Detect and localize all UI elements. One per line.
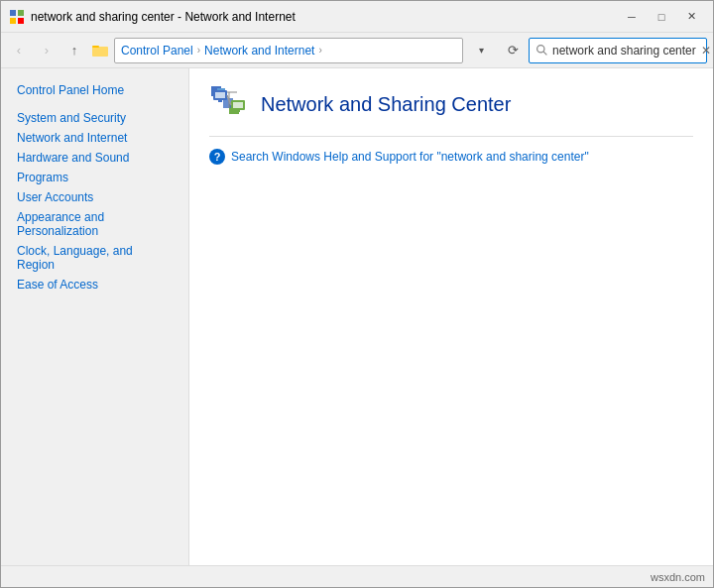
sidebar-item-system-security[interactable]: System and Security <box>1 108 188 128</box>
svg-rect-4 <box>92 47 108 57</box>
main-content: Control Panel Home System and Security N… <box>1 68 713 565</box>
window-icon <box>9 9 25 25</box>
search-box[interactable]: ✕ <box>529 38 707 63</box>
minimize-button[interactable]: ─ <box>618 3 646 31</box>
breadcrumb-control-panel[interactable]: Control Panel <box>121 44 193 58</box>
folder-icon <box>92 43 108 59</box>
breadcrumb-arrow-2: › <box>318 45 321 56</box>
up-button[interactable]: ↑ <box>62 39 86 62</box>
back-button[interactable]: ‹ <box>7 39 31 62</box>
address-bar: ‹ › ↑ Control Panel › Network and Intern… <box>1 33 713 68</box>
svg-rect-3 <box>18 18 24 24</box>
sidebar-item-user-accounts[interactable]: User Accounts <box>1 187 188 207</box>
svg-rect-16 <box>218 100 222 102</box>
breadcrumb-arrow-1: › <box>197 45 200 56</box>
window-controls: ─ □ ✕ <box>618 3 705 31</box>
main-window: network and sharing center - Network and… <box>0 0 714 588</box>
close-button[interactable]: ✕ <box>677 3 705 31</box>
svg-rect-0 <box>10 10 16 16</box>
address-dropdown-button[interactable]: ▾ <box>469 39 493 62</box>
svg-rect-2 <box>10 18 16 24</box>
content-area: Network and Sharing Center ? Search Wind… <box>189 68 713 565</box>
search-input[interactable] <box>552 44 701 58</box>
svg-line-7 <box>543 52 546 55</box>
network-sharing-icon <box>209 84 249 124</box>
breadcrumb-network-internet[interactable]: Network and Internet <box>204 44 314 58</box>
sidebar-item-programs[interactable]: Programs <box>1 168 188 187</box>
help-link-text[interactable]: Search Windows Help and Support for "net… <box>231 150 589 164</box>
restore-button[interactable]: □ <box>648 3 675 31</box>
svg-rect-18 <box>233 102 243 108</box>
page-header: Network and Sharing Center <box>209 84 693 137</box>
sidebar-item-appearance[interactable]: Appearance and Personalization <box>1 207 188 241</box>
forward-button[interactable]: › <box>35 39 59 62</box>
svg-point-6 <box>537 46 544 53</box>
search-clear-button[interactable]: ✕ <box>701 43 711 59</box>
status-bar: wsxdn.com <box>1 565 713 587</box>
page-title: Network and Sharing Center <box>261 93 511 116</box>
svg-rect-15 <box>215 92 225 98</box>
sidebar-item-hardware-sound[interactable]: Hardware and Sound <box>1 148 188 168</box>
help-icon: ? <box>209 149 225 165</box>
svg-rect-1 <box>18 10 24 16</box>
watermark: wsxdn.com <box>651 571 705 583</box>
breadcrumb-bar[interactable]: Control Panel › Network and Internet › <box>114 38 463 63</box>
svg-rect-19 <box>236 110 240 112</box>
search-icon <box>536 44 548 57</box>
sidebar-item-clock-language[interactable]: Clock, Language, and Region <box>1 241 188 275</box>
refresh-button[interactable]: ⟳ <box>501 39 525 62</box>
svg-rect-5 <box>92 46 99 48</box>
help-link[interactable]: ? Search Windows Help and Support for "n… <box>209 149 693 165</box>
title-bar: network and sharing center - Network and… <box>1 1 713 33</box>
window-title: network and sharing center - Network and… <box>31 10 618 24</box>
sidebar-item-home[interactable]: Control Panel Home <box>1 80 188 100</box>
sidebar-item-network-internet[interactable]: Network and Internet <box>1 128 188 148</box>
sidebar-item-ease-of-access[interactable]: Ease of Access <box>1 275 188 294</box>
sidebar: Control Panel Home System and Security N… <box>1 68 189 565</box>
